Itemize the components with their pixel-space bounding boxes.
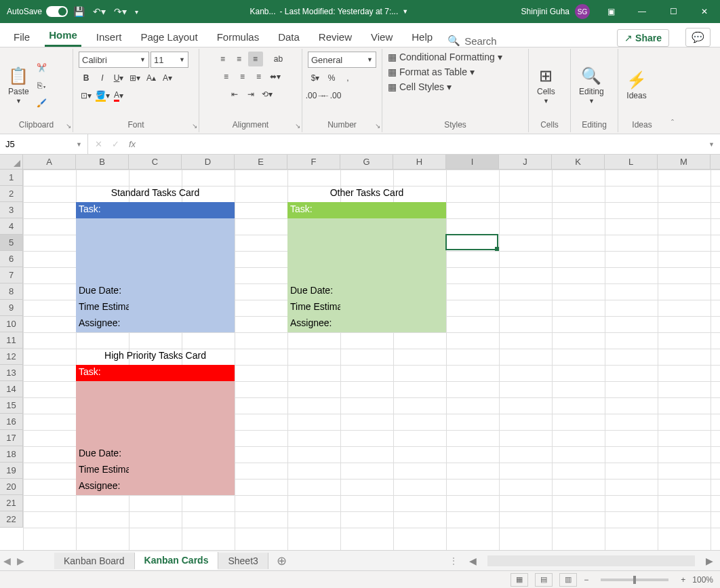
share-button[interactable]: ↗Share — [617, 29, 669, 47]
cancel-icon[interactable]: ✕ — [95, 139, 102, 149]
row-header-14[interactable]: 14 — [0, 381, 23, 397]
sheet-tab-kanban-board[interactable]: Kanban Board — [54, 553, 135, 569]
tab-file[interactable]: File — [9, 27, 34, 47]
row-header-9[interactable]: 9 — [0, 300, 23, 316]
tab-split-icon[interactable]: ⋮ — [445, 555, 462, 566]
sheet-nav-prev[interactable]: ◀ — [0, 555, 14, 566]
row-header-17[interactable]: 17 — [0, 430, 23, 446]
font-name-combo[interactable]: Calibri▼ — [79, 52, 149, 68]
underline-button[interactable]: U▾ — [111, 71, 126, 85]
cell[interactable]: Due Date: — [76, 283, 129, 300]
col-header-B[interactable]: B — [76, 155, 129, 169]
sheet-tab-sheet3[interactable]: Sheet3 — [218, 553, 268, 569]
row-header-21[interactable]: 21 — [0, 495, 23, 511]
select-all-corner[interactable] — [0, 155, 23, 169]
save-icon[interactable]: 💾 — [73, 6, 85, 17]
decrease-font-button[interactable]: A▾ — [160, 71, 175, 85]
align-bottom-button[interactable]: ≡ — [248, 52, 263, 66]
fill-color-button[interactable]: 🪣▾ — [95, 88, 110, 103]
cell[interactable]: Due Date: — [287, 283, 340, 300]
cell[interactable]: Task: — [76, 202, 129, 218]
tab-review[interactable]: Review — [315, 27, 356, 47]
normal-view-button[interactable]: ▦ — [511, 573, 528, 587]
cell[interactable]: Standard Tasks Card — [76, 186, 235, 202]
scroll-right-icon[interactable]: ▶ — [706, 555, 713, 566]
cell[interactable]: Other Tasks Card — [287, 186, 446, 202]
cells-button[interactable]: ⊞Cells▼ — [534, 64, 558, 107]
col-header-E[interactable]: E — [235, 155, 287, 169]
cell[interactable]: Time Estimate: — [76, 300, 129, 316]
number-dialog-icon[interactable]: ↘ — [375, 122, 380, 130]
align-middle-button[interactable]: ≡ — [232, 52, 247, 66]
row-header-18[interactable]: 18 — [0, 446, 23, 463]
currency-button[interactable]: $▾ — [308, 71, 323, 85]
wrap-text-button[interactable]: ab — [271, 52, 286, 66]
col-header-D[interactable]: D — [182, 155, 235, 169]
row-header-3[interactable]: 3 — [0, 202, 23, 218]
close-icon[interactable]: ✕ — [689, 0, 720, 23]
tab-formulas[interactable]: Formulas — [213, 27, 264, 47]
paste-button[interactable]: 📋Paste▼ — [5, 64, 32, 107]
tab-page-layout[interactable]: Page Layout — [136, 27, 201, 47]
name-box[interactable]: J5▼ — [0, 134, 88, 154]
borders-button[interactable]: ⊡▾ — [79, 88, 94, 103]
row-header-7[interactable]: 7 — [0, 267, 23, 283]
tab-view[interactable]: View — [367, 27, 397, 47]
cell[interactable]: High Priority Tasks Card — [76, 349, 235, 365]
row-header-19[interactable]: 19 — [0, 463, 23, 479]
row-header-4[interactable]: 4 — [0, 218, 23, 235]
row-header-8[interactable]: 8 — [0, 283, 23, 300]
row-header-16[interactable]: 16 — [0, 414, 23, 430]
cell-styles-button[interactable]: ▦ Cell Styles ▾ — [388, 81, 452, 92]
toggle-switch[interactable] — [46, 6, 68, 17]
row-header-15[interactable]: 15 — [0, 397, 23, 414]
align-center-button[interactable]: ≡ — [235, 69, 250, 84]
tab-insert[interactable]: Insert — [92, 27, 126, 47]
cell-grid[interactable]: Standard Tasks CardTask:Due Date:Time Es… — [23, 170, 720, 550]
cell[interactable]: Assignee: — [76, 316, 129, 332]
col-header-J[interactable]: J — [499, 155, 552, 169]
user-account[interactable]: Shinjini Guha SG — [516, 4, 595, 19]
cell[interactable]: Due Date: — [76, 446, 129, 463]
row-header-2[interactable]: 2 — [0, 186, 23, 202]
zoom-in-button[interactable]: + — [681, 575, 685, 585]
ideas-button[interactable]: ⚡Ideas — [624, 68, 649, 103]
italic-button[interactable]: I — [95, 71, 110, 85]
row-header-22[interactable]: 22 — [0, 511, 23, 528]
row-header-11[interactable]: 11 — [0, 332, 23, 349]
row-header-5[interactable]: 5 — [0, 235, 23, 251]
tab-help[interactable]: Help — [407, 27, 437, 47]
alignment-dialog-icon[interactable]: ↘ — [295, 122, 300, 130]
search-button[interactable]: 🔍Search — [447, 35, 497, 47]
zoom-slider[interactable] — [601, 579, 668, 581]
align-right-button[interactable]: ≡ — [252, 69, 266, 84]
add-sheet-button[interactable]: ⊕ — [268, 553, 295, 568]
fx-icon[interactable]: fx — [129, 139, 136, 149]
conditional-formatting-button[interactable]: ▦ Conditional Formatting ▾ — [388, 52, 502, 62]
zoom-level[interactable]: 100% — [692, 575, 713, 585]
format-painter-button[interactable]: 🖌️ — [35, 96, 49, 111]
col-header-F[interactable]: F — [287, 155, 340, 169]
formula-input[interactable] — [142, 134, 703, 154]
col-header-K[interactable]: K — [552, 155, 605, 169]
merge-button[interactable]: ⬌▾ — [268, 69, 283, 84]
percent-button[interactable]: % — [324, 71, 339, 85]
col-header-L[interactable]: L — [605, 155, 658, 169]
copy-button[interactable]: ⎘▾ — [35, 78, 49, 93]
increase-indent-button[interactable]: ⇥ — [243, 87, 258, 102]
cell[interactable]: Time Estimate: — [287, 300, 340, 316]
row-header-13[interactable]: 13 — [0, 365, 23, 381]
col-header-G[interactable]: G — [340, 155, 393, 169]
align-left-button[interactable]: ≡ — [219, 69, 234, 84]
clipboard-dialog-icon[interactable]: ↘ — [66, 122, 71, 130]
page-layout-view-button[interactable]: ▤ — [535, 573, 553, 587]
decrease-decimal-button[interactable]: ←.00 — [324, 88, 339, 103]
cell[interactable]: Assignee: — [76, 479, 129, 495]
cell[interactable]: Task: — [76, 365, 129, 381]
bold-button[interactable]: B — [79, 71, 94, 85]
col-header-C[interactable]: C — [129, 155, 182, 169]
border-button[interactable]: ⊞▾ — [127, 71, 142, 85]
editing-button[interactable]: 🔍Editing▼ — [576, 64, 607, 107]
row-header-10[interactable]: 10 — [0, 316, 23, 332]
decrease-indent-button[interactable]: ⇤ — [227, 87, 242, 102]
